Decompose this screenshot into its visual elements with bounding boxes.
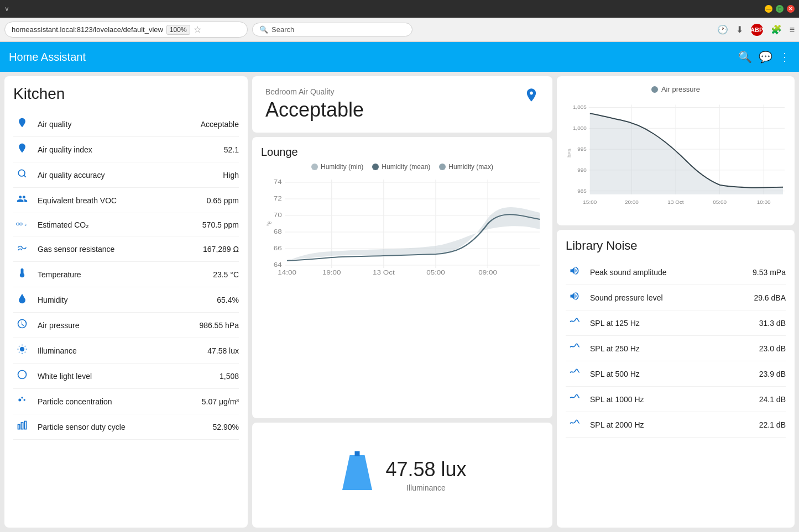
- history-icon[interactable]: 🕐: [717, 24, 728, 35]
- sensor-row-illuminance[interactable]: Illuminance 47.58 lux: [13, 338, 239, 364]
- sensor-icon-particle-conc: [13, 394, 31, 408]
- sensor-row-white-light[interactable]: White light level 1,508: [13, 364, 239, 389]
- lounge-chart: 74 72 70 68 66 64: [261, 174, 544, 279]
- search-icon[interactable]: 🔍: [738, 50, 752, 64]
- sensor-name-temperature: Temperature: [38, 270, 206, 279]
- search-placeholder: Search: [271, 25, 294, 34]
- svg-marker-42: [342, 455, 372, 490]
- kitchen-panel: Kitchen Air quality Acceptable Air quali…: [4, 76, 248, 528]
- sensor-icon-illuminance: [13, 344, 31, 357]
- sensor-value-illuminance: 47.58 lux: [207, 346, 239, 355]
- noise-row-spl-500[interactable]: SPL at 500 Hz 23.9 dB: [566, 361, 786, 387]
- svg-point-14: [18, 399, 21, 402]
- more-icon[interactable]: ⋮: [779, 50, 790, 64]
- sensor-icon-air-quality: [13, 117, 31, 131]
- svg-text:05:00: 05:00: [426, 270, 445, 276]
- illuminance-card: 47.58 lux Illuminance: [252, 423, 552, 528]
- svg-text:13 Oct: 13 Oct: [667, 199, 684, 205]
- sensor-row-equiv-breath-voc[interactable]: Equivalent breath VOC 0.65 ppm: [13, 188, 239, 213]
- sensor-icon-temperature: [13, 267, 31, 281]
- noise-value-peak-sound: 9.53 mPa: [753, 268, 786, 277]
- sensor-row-particle-conc[interactable]: Particle concentration 5.07 μg/m³: [13, 389, 239, 414]
- bedroom-card: Bedroom Air Quality Acceptable: [252, 76, 552, 133]
- noise-row-spl-1000[interactable]: SPL at 1000 Hz 24.1 dB: [566, 387, 786, 412]
- search-bar[interactable]: 🔍 Search: [252, 23, 412, 36]
- legend-humidity-min: Humidity (min): [311, 163, 363, 171]
- bookmark-icon[interactable]: ☆: [194, 24, 201, 35]
- sensor-row-air-quality[interactable]: Air quality Acceptable: [13, 112, 239, 137]
- sensor-value-equiv-breath-voc: 0.65 ppm: [207, 196, 239, 205]
- svg-text:13 Oct: 13 Oct: [373, 270, 395, 276]
- sensor-value-gas-resistance: 167,289 Ω: [203, 245, 239, 254]
- svg-text:990: 990: [577, 167, 587, 173]
- svg-text:66: 66: [274, 245, 282, 252]
- noise-row-spl-250[interactable]: SPL at 250 Hz 23.0 dB: [566, 336, 786, 361]
- lounge-chart-legend: Humidity (min) Humidity (mean) Humidity …: [261, 163, 544, 171]
- minimize-button[interactable]: —: [765, 5, 772, 13]
- sensor-name-estimated-co2: Estimated CO₂: [38, 220, 196, 229]
- lux-label: Illuminance: [385, 483, 466, 492]
- sensor-name-air-quality-accuracy: Air quality accuracy: [38, 171, 216, 180]
- sensor-value-particle-duty: 52.90%: [213, 423, 239, 431]
- sensor-name-air-pressure: Air pressure: [38, 321, 192, 330]
- svg-text:°e: °e: [265, 222, 273, 227]
- sensor-row-gas-resistance[interactable]: Gas sensor resistance 167,289 Ω: [13, 236, 239, 262]
- sensor-value-air-quality-accuracy: High: [223, 171, 239, 180]
- middle-panel: Bedroom Air Quality Acceptable Lounge Hu…: [252, 76, 552, 528]
- sensor-name-air-quality-index: Air quality index: [38, 145, 217, 154]
- pressure-chart-svg: 1,005 1,000 995 990 985: [566, 98, 786, 219]
- maximize-button[interactable]: □: [776, 5, 784, 13]
- noise-name-spl-500: SPL at 500 Hz: [590, 370, 753, 378]
- menu-icon[interactable]: ≡: [790, 25, 795, 35]
- noise-value-spl-1000: 24.1 dB: [759, 395, 786, 404]
- noise-name-spl-1000: SPL at 1000 Hz: [590, 395, 753, 404]
- lamp-icon: [338, 450, 377, 500]
- pressure-legend: Air pressure: [566, 85, 786, 93]
- sensor-row-temperature[interactable]: Temperature 23.5 °C: [13, 262, 239, 287]
- sensor-row-air-pressure[interactable]: Air pressure 986.55 hPa: [13, 313, 239, 338]
- noise-title: Library Noise: [566, 239, 786, 253]
- svg-rect-17: [18, 424, 20, 429]
- right-panel: Air pressure 1,005 1,000 995 990 985: [557, 76, 795, 528]
- svg-point-16: [21, 397, 23, 398]
- svg-line-11: [19, 352, 19, 352]
- noise-icon-spl-2000: [566, 418, 583, 431]
- svg-text:hPa: hPa: [567, 149, 572, 157]
- noise-row-spl-125[interactable]: SPL at 125 Hz 31.3 dB: [566, 310, 786, 336]
- zoom-badge: 100%: [166, 25, 190, 35]
- noise-name-peak-sound: Peak sound amplitude: [590, 268, 746, 277]
- sensor-row-particle-duty[interactable]: Particle sensor duty cycle 52.90%: [13, 414, 239, 440]
- svg-rect-18: [21, 423, 23, 429]
- noise-icon-spl-500: [566, 367, 583, 381]
- download-icon[interactable]: ⬇: [736, 24, 743, 35]
- sensor-row-humidity[interactable]: Humidity 65.4%: [13, 287, 239, 313]
- bedroom-status: Acceptable: [265, 98, 364, 122]
- close-button[interactable]: ✕: [787, 5, 795, 13]
- app-title: Home Assistant: [9, 51, 732, 64]
- noise-row-spl[interactable]: Sound pressure level 29.6 dBA: [566, 285, 786, 310]
- svg-text:05:00: 05:00: [713, 199, 727, 205]
- sensor-row-estimated-co2[interactable]: CO2 Estimated CO₂ 570.5 ppm: [13, 213, 239, 236]
- svg-text:10:00: 10:00: [757, 199, 771, 205]
- noise-row-spl-2000[interactable]: SPL at 2000 Hz 22.1 dB: [566, 412, 786, 438]
- noise-value-spl-125: 31.3 dB: [759, 319, 786, 328]
- sensor-icon-gas-resistance: [13, 242, 31, 256]
- lounge-card: Lounge Humidity (min) Humidity (mean) Hu…: [252, 137, 552, 418]
- search-icon: 🔍: [259, 25, 268, 34]
- extensions-icon[interactable]: 🧩: [771, 24, 782, 35]
- noise-value-spl: 29.6 dBA: [754, 293, 786, 302]
- noise-name-spl-125: SPL at 125 Hz: [590, 319, 753, 328]
- noise-icon-spl: [566, 291, 583, 304]
- chat-icon[interactable]: 💬: [759, 50, 772, 64]
- sensor-row-air-quality-index[interactable]: Air quality index 52.1: [13, 137, 239, 162]
- sensor-value-estimated-co2: 570.5 ppm: [202, 220, 239, 229]
- illuminance-display: 47.58 lux Illuminance: [338, 450, 466, 500]
- sensor-row-air-quality-accuracy[interactable]: Air quality accuracy High: [13, 162, 239, 188]
- noise-row-peak-sound[interactable]: Peak sound amplitude 9.53 mPa: [566, 260, 786, 285]
- address-bar[interactable]: homeassistant.local:8123/lovelace/defaul…: [4, 22, 248, 38]
- abp-icon[interactable]: ABP: [751, 24, 763, 36]
- address-text: homeassistant.local:8123/lovelace/defaul…: [12, 25, 163, 34]
- sensor-icon-humidity: [13, 293, 31, 307]
- legend-humidity-mean: Humidity (mean): [372, 163, 430, 171]
- noise-value-spl-2000: 22.1 dB: [759, 420, 786, 429]
